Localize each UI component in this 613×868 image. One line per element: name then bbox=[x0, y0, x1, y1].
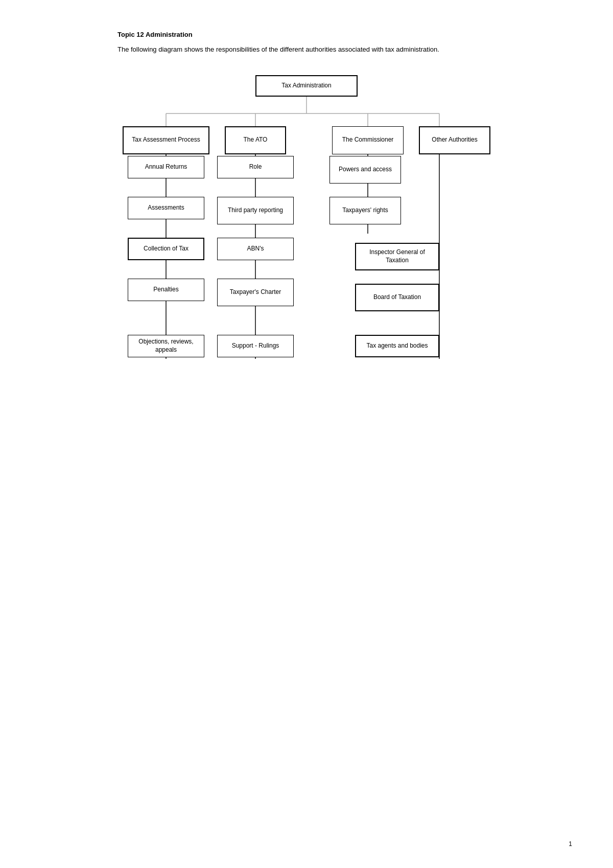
col1-item-0: Annual Returns bbox=[128, 156, 204, 178]
col4-header: Other Authorities bbox=[419, 126, 490, 154]
col2-item-2: ABN's bbox=[217, 238, 294, 260]
col2-item-0: Role bbox=[217, 156, 294, 178]
description: The following diagram shows the responsi… bbox=[117, 44, 496, 55]
col1-item-1: Assessments bbox=[128, 197, 204, 219]
col2-item-3: Taxpayer's Charter bbox=[217, 279, 294, 306]
col2-item-4: Support - Rulings bbox=[217, 335, 294, 357]
col4-item-0: Inspector General of Taxation bbox=[355, 243, 439, 270]
col1-item-3: Penalties bbox=[128, 279, 204, 301]
root-box: Tax Administration bbox=[255, 75, 358, 97]
col4-item-1: Board of Taxation bbox=[355, 284, 439, 311]
col3-item-0: Powers and access bbox=[329, 156, 401, 184]
diagram: Tax Administration Tax Assessment Proces… bbox=[117, 75, 496, 392]
col2-item-1: Third party reporting bbox=[217, 197, 294, 224]
col2-header: The ATO bbox=[225, 126, 286, 154]
col1-header: Tax Assessment Process bbox=[123, 126, 209, 154]
page-title: Topic 12 Administration bbox=[117, 31, 496, 38]
col1-item-4: Objections, reviews, appeals bbox=[128, 335, 204, 357]
col3-item-1: Taxpayers' rights bbox=[329, 197, 401, 224]
col3-header: The Commissioner bbox=[332, 126, 404, 154]
col4-item-2: Tax agents and bodies bbox=[355, 335, 439, 357]
col1-item-2: Collection of Tax bbox=[128, 238, 204, 260]
